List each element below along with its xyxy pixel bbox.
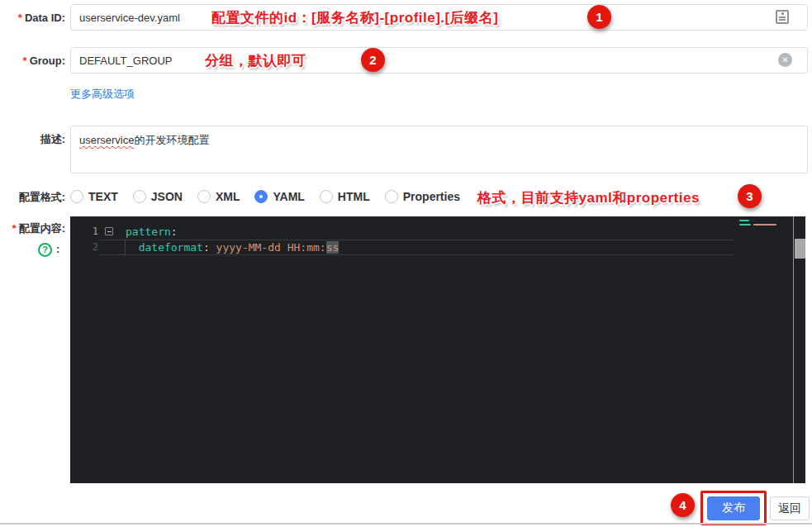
radio-json[interactable]: JSON [133, 190, 183, 203]
new-config-form: *Data ID: *Group: ✕ 更多高级选项 描述: userservi… [0, 0, 812, 527]
annotation-group: 分组，默认即可 [205, 51, 306, 70]
annotation-format: 格式，目前支持yaml和properties [477, 188, 700, 207]
minimap-line [739, 224, 751, 226]
radio-label: HTML [338, 190, 370, 203]
scrollbar-thumb[interactable] [795, 239, 805, 259]
yaml-key: pattern [126, 226, 171, 238]
config-content-editor[interactable]: 1 2 pattern: dateformat: yyyy-MM-dd HH:m… [70, 216, 805, 483]
radio-text[interactable]: TEXT [70, 190, 118, 203]
publish-button[interactable]: 发布 [707, 496, 760, 520]
fold-collapse-icon[interactable] [105, 227, 113, 235]
format-label: 配置格式: [0, 190, 65, 205]
data-id-label-text: Data ID: [25, 12, 65, 24]
description-label-text: 描述: [40, 133, 65, 145]
yaml-key: dateformat [126, 241, 203, 254]
radio-label: TEXT [88, 190, 118, 203]
radio-icon [197, 190, 211, 203]
required-mark: * [23, 55, 27, 67]
publish-highlight-box: 发布 [700, 491, 767, 525]
bottom-divider [0, 523, 812, 525]
paste-icon[interactable] [776, 10, 789, 24]
description-value-rest: 的开发环境配置 [134, 134, 209, 146]
radio-yaml[interactable]: YAML [254, 190, 304, 203]
line-number: 1 [70, 224, 98, 240]
data-id-label: *Data ID: [0, 12, 65, 24]
step-badge-2: 2 [361, 48, 385, 72]
step-badge-4: 4 [671, 493, 695, 517]
radio-selected-icon [254, 190, 268, 203]
yaml-value: yyyy-MM-dd HH:mm: [210, 241, 326, 254]
radio-icon [385, 190, 398, 203]
line-number: 2 [70, 240, 98, 255]
step-badge-3: 3 [738, 184, 762, 208]
step-badge-1: 1 [587, 5, 611, 29]
group-label: *Group: [0, 55, 65, 67]
help-colon: : [56, 243, 59, 255]
radio-properties[interactable]: Properties [385, 190, 460, 203]
description-label: 描述: [0, 132, 65, 147]
radio-label: Properties [403, 190, 460, 203]
radio-label: JSON [151, 190, 183, 203]
code-line-1: pattern: [126, 224, 178, 240]
minimap [736, 219, 791, 232]
minimap-line [739, 220, 749, 221]
yaml-value-selected: ss [326, 241, 340, 254]
required-mark: * [18, 12, 22, 24]
yaml-colon: : [171, 226, 178, 238]
group-input[interactable] [70, 47, 808, 74]
clear-icon[interactable]: ✕ [778, 53, 792, 67]
radio-label: YAML [273, 190, 304, 203]
annotation-data-id: 配置文件的id：[服务名称]-[profile].[后缀名] [211, 8, 498, 27]
yaml-colon: : [203, 241, 210, 254]
radio-icon [70, 190, 83, 203]
group-label-text: Group: [30, 55, 65, 67]
radio-icon [320, 190, 333, 203]
description-textarea[interactable]: userservice的开发环境配置 [70, 126, 808, 173]
advanced-options-link[interactable]: 更多高级选项 [70, 87, 135, 102]
description-value-underlined: userservice [79, 134, 134, 146]
radio-label: XML [216, 190, 240, 203]
editor-scrollbar[interactable] [793, 216, 805, 483]
required-mark: * [12, 222, 17, 235]
content-label: *配置内容: [0, 221, 65, 236]
code-line-2: dateformat: yyyy-MM-dd HH:mm:ss [126, 240, 339, 255]
help-icon[interactable]: ? [38, 243, 52, 257]
content-label-text: 配置内容: [19, 222, 65, 235]
radio-html[interactable]: HTML [320, 190, 370, 203]
radio-icon [133, 190, 146, 203]
minimap-line [753, 224, 776, 226]
format-label-text: 配置格式: [19, 191, 65, 203]
format-radio-group: TEXT JSON XML YAML HTML Properties [70, 184, 460, 209]
back-button[interactable]: 返回 [770, 496, 810, 520]
radio-xml[interactable]: XML [197, 190, 240, 203]
